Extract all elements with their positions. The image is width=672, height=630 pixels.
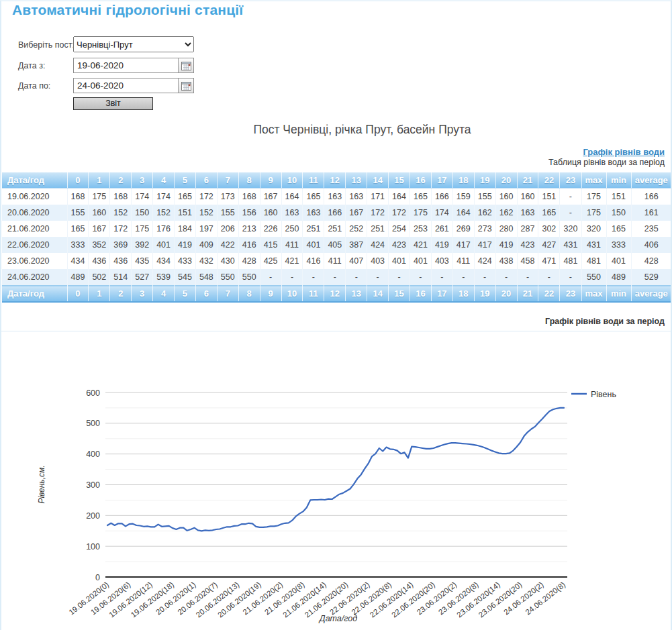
column-header: 18 bbox=[452, 286, 474, 303]
column-header: 2 bbox=[110, 286, 132, 303]
water-levels-chart-link[interactable]: Графік рівнів води bbox=[583, 147, 665, 157]
column-header: 12 bbox=[324, 172, 346, 189]
value-cell: 280 bbox=[495, 221, 517, 237]
column-header: 10 bbox=[281, 286, 303, 303]
value-cell: 431 bbox=[581, 237, 606, 253]
table-row: 20.06.2020155160152150152151152155156160… bbox=[2, 205, 671, 221]
value-cell: 160 bbox=[495, 189, 517, 205]
date-from-label: Дата з: bbox=[18, 61, 45, 70]
value-cell: - bbox=[389, 269, 410, 286]
value-cell: 287 bbox=[517, 221, 538, 237]
value-cell: 253 bbox=[410, 221, 432, 237]
date-to-calendar-button[interactable] bbox=[178, 78, 193, 93]
value-cell: 369 bbox=[110, 237, 132, 253]
column-header: 9 bbox=[260, 286, 281, 303]
column-header: min bbox=[606, 286, 631, 303]
value-cell: 213 bbox=[238, 221, 260, 237]
column-header: 6 bbox=[195, 172, 217, 189]
column-header: 16 bbox=[410, 286, 432, 303]
value-cell: 166 bbox=[431, 189, 452, 205]
column-header: 19 bbox=[474, 286, 495, 303]
value-cell: 435 bbox=[132, 253, 153, 269]
column-header: 12 bbox=[324, 286, 346, 303]
y-tick-label: 0 bbox=[95, 573, 100, 582]
value-cell: 417 bbox=[474, 237, 495, 253]
value-cell: 352 bbox=[89, 237, 110, 253]
date-cell: 22.06.2020 bbox=[2, 237, 67, 253]
value-cell: 387 bbox=[346, 237, 367, 253]
column-header: 19 bbox=[474, 172, 495, 189]
table-header-row: Дата/год01234567891011121314151617181920… bbox=[2, 172, 671, 189]
table-foot: Дата/год01234567891011121314151617181920… bbox=[2, 286, 671, 303]
value-cell: 392 bbox=[132, 237, 153, 253]
value-cell: 417 bbox=[452, 237, 474, 253]
date-from-calendar-button[interactable] bbox=[178, 58, 193, 72]
value-cell: 176 bbox=[153, 221, 175, 237]
value-cell: 155 bbox=[474, 189, 495, 205]
value-cell: 489 bbox=[606, 269, 631, 286]
column-header: 13 bbox=[346, 286, 367, 303]
value-cell: 422 bbox=[217, 237, 238, 253]
column-header: 22 bbox=[538, 286, 560, 303]
value-cell: 163 bbox=[517, 205, 538, 221]
x-tick-label: 24.06.2020(8) bbox=[524, 580, 567, 617]
value-cell: 406 bbox=[631, 237, 671, 253]
value-cell: 407 bbox=[346, 253, 367, 269]
value-cell: 320 bbox=[581, 221, 606, 237]
value-cell: 416 bbox=[238, 237, 260, 253]
value-cell: 419 bbox=[495, 237, 517, 253]
value-cell: 162 bbox=[474, 205, 495, 221]
x-axis-title: Дата/год bbox=[318, 614, 357, 623]
date-from-field bbox=[73, 58, 194, 73]
column-header: max bbox=[581, 172, 606, 189]
value-cell: 514 bbox=[110, 269, 132, 286]
value-cell: 167 bbox=[260, 189, 281, 205]
table-row: 23.06.2020434436436435434433432430428425… bbox=[2, 253, 671, 269]
column-header: 15 bbox=[389, 172, 410, 189]
column-header: 7 bbox=[217, 286, 238, 303]
value-cell: 411 bbox=[324, 253, 346, 269]
value-cell: 172 bbox=[389, 205, 410, 221]
column-header: 22 bbox=[538, 172, 560, 189]
column-header: 21 bbox=[517, 286, 538, 303]
value-cell: 235 bbox=[631, 221, 671, 237]
y-tick-label: 100 bbox=[86, 542, 100, 552]
column-header: Дата/год bbox=[2, 172, 67, 189]
value-cell: - bbox=[281, 269, 303, 286]
value-cell: 411 bbox=[452, 253, 474, 269]
column-header: 4 bbox=[153, 286, 175, 303]
value-cell: 161 bbox=[631, 205, 671, 221]
table-row: 24.06.2020489502514527539545548550550---… bbox=[2, 269, 671, 286]
column-header: 20 bbox=[495, 172, 517, 189]
y-axis-title: Рівень,см. bbox=[37, 465, 46, 503]
value-cell: 423 bbox=[517, 237, 538, 253]
y-tick-label: 500 bbox=[86, 419, 100, 428]
value-cell: 423 bbox=[389, 237, 410, 253]
value-cell: - bbox=[303, 269, 324, 286]
calendar-icon bbox=[181, 81, 191, 91]
value-cell: 273 bbox=[474, 221, 495, 237]
value-cell: 175 bbox=[410, 205, 432, 221]
column-header: 5 bbox=[175, 286, 196, 303]
value-cell: 155 bbox=[217, 205, 238, 221]
table-row: 22.06.2020333352369392401419409422416415… bbox=[2, 237, 671, 253]
date-from-input[interactable] bbox=[74, 58, 178, 72]
value-cell: 424 bbox=[474, 253, 495, 269]
column-header: 15 bbox=[389, 286, 410, 303]
value-cell: 419 bbox=[175, 237, 196, 253]
value-cell: 163 bbox=[281, 205, 303, 221]
value-cell: 416 bbox=[303, 253, 324, 269]
column-header: 9 bbox=[260, 172, 281, 189]
value-cell: 164 bbox=[281, 189, 303, 205]
report-button[interactable]: Звіт bbox=[73, 97, 153, 110]
value-cell: 421 bbox=[281, 253, 303, 269]
value-cell: 438 bbox=[495, 253, 517, 269]
post-select[interactable]: Чернівці-Прут bbox=[73, 36, 194, 52]
column-header: 6 bbox=[195, 286, 217, 303]
value-cell: 174 bbox=[132, 189, 153, 205]
value-cell: 502 bbox=[89, 269, 110, 286]
column-header: 11 bbox=[303, 172, 324, 189]
column-header: 10 bbox=[281, 172, 303, 189]
column-header: 14 bbox=[367, 172, 389, 189]
date-to-input[interactable] bbox=[74, 78, 178, 93]
